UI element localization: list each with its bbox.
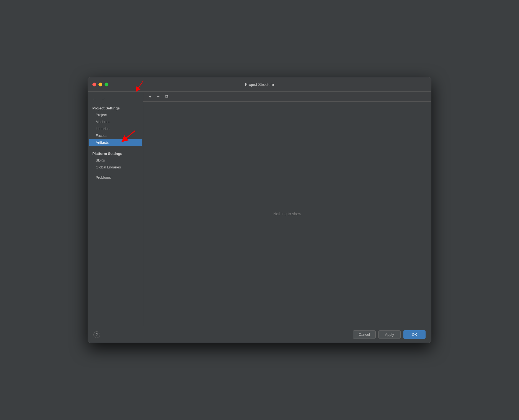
remove-artifact-button[interactable]: − [155, 94, 162, 100]
titlebar: Project Structure [88, 77, 431, 92]
sidebar-divider-1 [88, 146, 143, 149]
minimize-button[interactable] [98, 83, 102, 86]
bottom-bar: ? Cancel Apply OK [88, 326, 431, 343]
close-button[interactable] [92, 83, 96, 86]
sidebar-item-project[interactable]: Project [89, 111, 142, 118]
sidebar-item-artifacts[interactable]: Artifacts [89, 139, 142, 146]
content-main: Nothing to show [143, 102, 431, 326]
apply-button[interactable]: Apply [378, 330, 401, 339]
sidebar-item-modules[interactable]: Modules [89, 118, 142, 125]
traffic-lights [92, 83, 108, 86]
platform-settings-header: Platform Settings [88, 149, 143, 157]
empty-message: Nothing to show [273, 212, 301, 216]
ok-button[interactable]: OK [403, 330, 426, 339]
content-area: + − ⧉ Nothing to show [143, 92, 431, 326]
sidebar-item-facets[interactable]: Facets [89, 132, 142, 139]
sidebar-divider-2 [88, 171, 143, 174]
window-title: Project Structure [245, 82, 274, 87]
sidebar-item-sdks[interactable]: SDKs [89, 157, 142, 164]
add-artifact-button[interactable]: + [147, 94, 154, 100]
project-settings-header: Project Settings [88, 104, 143, 111]
cancel-button[interactable]: Cancel [353, 330, 376, 339]
maximize-button[interactable] [105, 83, 108, 86]
copy-artifact-button[interactable]: ⧉ [163, 94, 171, 100]
content-toolbar: + − ⧉ [143, 92, 431, 102]
sidebar: ← → Project Settings Project Modules Lib… [88, 92, 143, 326]
help-button[interactable]: ? [93, 331, 100, 338]
nav-toolbar: ← → [88, 94, 143, 104]
back-button[interactable]: ← [91, 96, 98, 102]
sidebar-item-libraries[interactable]: Libraries [89, 125, 142, 132]
sidebar-item-global-libraries[interactable]: Global Libraries [89, 164, 142, 171]
main-window: Project Structure ← → Project Settings P… [88, 77, 431, 343]
main-layout: ← → Project Settings Project Modules Lib… [88, 92, 431, 326]
sidebar-item-problems[interactable]: Problems [89, 174, 142, 181]
forward-button[interactable]: → [100, 96, 107, 102]
